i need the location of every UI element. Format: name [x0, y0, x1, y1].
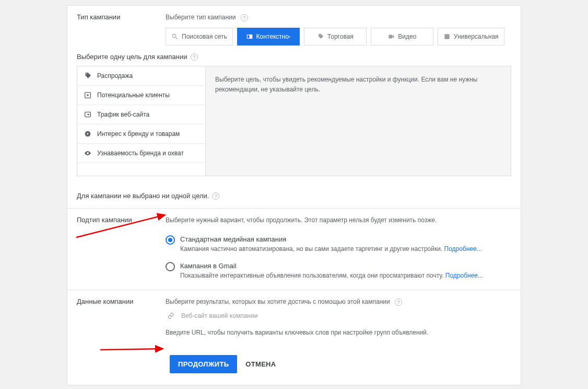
campaign-type-label: Тип кампании: [77, 13, 166, 21]
radio-desc: Кампания частично автоматизирована, но в…: [180, 245, 444, 253]
continue-button[interactable]: ПРОДОЛЖИТЬ: [170, 355, 237, 373]
tag-icon: [84, 72, 92, 80]
tab-label: Видео: [398, 33, 416, 40]
radio-icon: [166, 235, 175, 245]
goal-item-label: Интерес к бренду и товарам: [97, 130, 180, 138]
goal-header: Выберите одну цель для кампании: [77, 53, 187, 61]
tab-universal[interactable]: Универсальная: [438, 28, 504, 45]
tab-label: Торговая: [327, 33, 354, 40]
subtype-prompt: Выберите нужный вариант, чтобы продолжит…: [166, 216, 437, 224]
help-icon[interactable]: ?: [241, 14, 248, 21]
svg-rect-2: [444, 34, 449, 39]
goal-item-label: Потенциальные клиенты: [97, 91, 170, 99]
company-prompt: Выберите результаты, которых вы хотите д…: [166, 298, 390, 305]
traffic-icon: [84, 110, 92, 119]
help-icon[interactable]: ?: [191, 53, 198, 61]
website-placeholder: Веб-сайт вашей компании: [181, 312, 257, 319]
svg-rect-1: [247, 35, 249, 38]
radio-title: Кампания в Gmail: [180, 262, 511, 270]
radio-icon: [166, 262, 175, 271]
website-field[interactable]: Веб-сайт вашей компании: [166, 312, 511, 319]
subtype-label: Подтип кампании: [77, 216, 166, 282]
tab-label: Универсальная: [454, 33, 499, 40]
goal-list: Распродажа Потенциальные клиенты Трафик …: [77, 66, 205, 176]
play-icon: [84, 130, 92, 138]
goal-panel: Распродажа Потенциальные клиенты Трафик …: [77, 66, 511, 176]
campaign-setup-card: Тип кампании Выберите тип кампании ? Пои…: [67, 5, 521, 385]
goal-description: Выберите цель, чтобы увидеть рекомендуем…: [205, 66, 511, 176]
goal-item-label: Узнаваемость бренда и охват: [97, 150, 184, 157]
video-icon: [387, 33, 395, 40]
tab-search[interactable]: Поисковая сеть: [166, 28, 233, 45]
goal-item-label: Трафик веб-сайта: [97, 111, 149, 118]
radio-gmail[interactable]: Кампания в Gmail Показывайте интерактивн…: [166, 262, 511, 280]
radio-desc: Показывайте интерактивные объявления пол…: [180, 272, 445, 279]
goal-item-sale[interactable]: Распродажа: [77, 66, 205, 86]
eye-icon: [84, 149, 92, 157]
goal-item-awareness[interactable]: Узнаваемость бренда и охват: [77, 144, 205, 163]
learn-more-link[interactable]: Подробнее...: [445, 272, 483, 279]
campaign-type-prompt: Выберите тип кампании: [166, 14, 236, 21]
tab-shopping[interactable]: Торговая: [304, 28, 367, 45]
cancel-button[interactable]: ОТМЕНА: [245, 360, 276, 368]
tab-label: Контекстно-: [256, 33, 291, 40]
radio-title: Стандартная медийная кампания: [180, 235, 511, 243]
search-icon: [171, 33, 179, 40]
goal-item-spacer: [77, 163, 205, 176]
company-label: Данные компании: [77, 298, 166, 336]
goal-item-interest[interactable]: Интерес к бренду и товарам: [77, 124, 205, 144]
tab-label: Поисковая сеть: [182, 33, 227, 40]
help-icon[interactable]: ?: [395, 299, 402, 306]
leads-icon: [84, 91, 92, 99]
goal-item-leads[interactable]: Потенциальные клиенты: [77, 86, 205, 105]
no-goal-msg: Для кампании не выбрано ни одной цели.: [77, 192, 209, 200]
link-icon: [166, 312, 176, 319]
help-icon[interactable]: ?: [212, 192, 219, 200]
tab-video[interactable]: Видео: [371, 28, 433, 45]
goal-item-traffic[interactable]: Трафик веб-сайта: [77, 105, 205, 124]
layout-icon: [246, 33, 253, 40]
learn-more-link[interactable]: Подробнее...: [444, 245, 482, 253]
tab-display[interactable]: Контекстно-: [237, 28, 300, 45]
radio-standard[interactable]: Стандартная медийная кампания Кампания ч…: [166, 235, 511, 254]
goal-item-label: Распродажа: [97, 72, 133, 79]
url-hint: Введите URL, чтобы получить варианты клю…: [166, 329, 511, 336]
app-icon: [443, 33, 451, 40]
tag-icon: [317, 33, 324, 40]
